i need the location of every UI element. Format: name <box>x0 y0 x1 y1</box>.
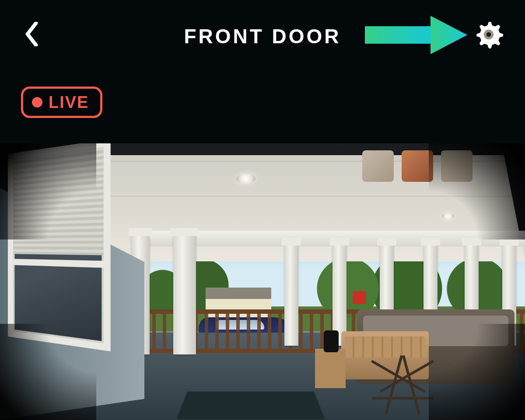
camera-feed[interactable] <box>0 143 525 420</box>
camera-scene <box>0 143 525 420</box>
live-badge: LIVE <box>21 87 102 118</box>
gear-icon <box>474 20 503 51</box>
header: FRONT DOOR <box>0 0 525 74</box>
page-title: FRONT DOOR <box>0 24 525 48</box>
record-dot-icon <box>32 97 42 108</box>
svg-point-3 <box>486 32 491 37</box>
live-label: LIVE <box>49 94 89 111</box>
settings-button[interactable] <box>473 20 504 51</box>
